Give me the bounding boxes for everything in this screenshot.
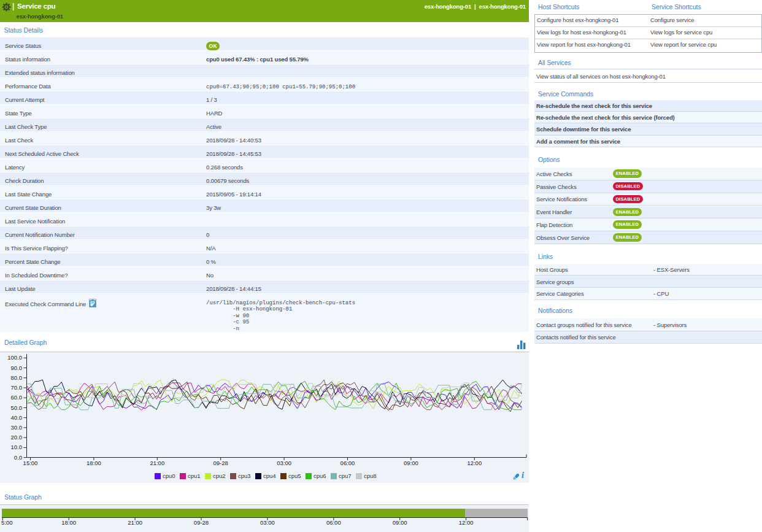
svg-text:03:00: 03:00 (260, 519, 275, 526)
svg-text:12:00: 12:00 (459, 519, 474, 526)
svg-text:09:00: 09:00 (393, 519, 407, 526)
svg-text:21:00: 21:00 (150, 460, 164, 466)
svg-text:09-28: 09-28 (214, 460, 228, 466)
svg-text:100.0: 100.0 (7, 354, 22, 361)
svg-text:06:00: 06:00 (341, 460, 355, 466)
svg-text:40.0: 40.0 (11, 414, 23, 421)
svg-text:10.0: 10.0 (11, 444, 23, 450)
svg-text:15:00: 15:00 (23, 460, 38, 466)
svg-text:12:00: 12:00 (467, 460, 482, 466)
svg-text:90.0: 90.0 (11, 364, 23, 371)
svg-text:03:00: 03:00 (277, 460, 291, 466)
svg-text:30.0: 30.0 (11, 424, 23, 431)
svg-text:09:00: 09:00 (404, 460, 418, 466)
svg-text:09-28: 09-28 (194, 519, 209, 526)
svg-text:5:00: 5:00 (1, 519, 13, 526)
svg-text:20.0: 20.0 (11, 434, 23, 441)
svg-text:06:00: 06:00 (326, 519, 341, 526)
svg-text:18:00: 18:00 (61, 519, 76, 526)
svg-text:70.0: 70.0 (11, 384, 23, 391)
svg-text:0.0: 0.0 (14, 454, 22, 461)
svg-text:18:00: 18:00 (87, 460, 101, 466)
svg-text:50.0: 50.0 (11, 404, 23, 411)
svg-text:80.0: 80.0 (11, 374, 23, 381)
svg-text:60.0: 60.0 (11, 394, 23, 401)
svg-text:21:00: 21:00 (128, 519, 142, 526)
